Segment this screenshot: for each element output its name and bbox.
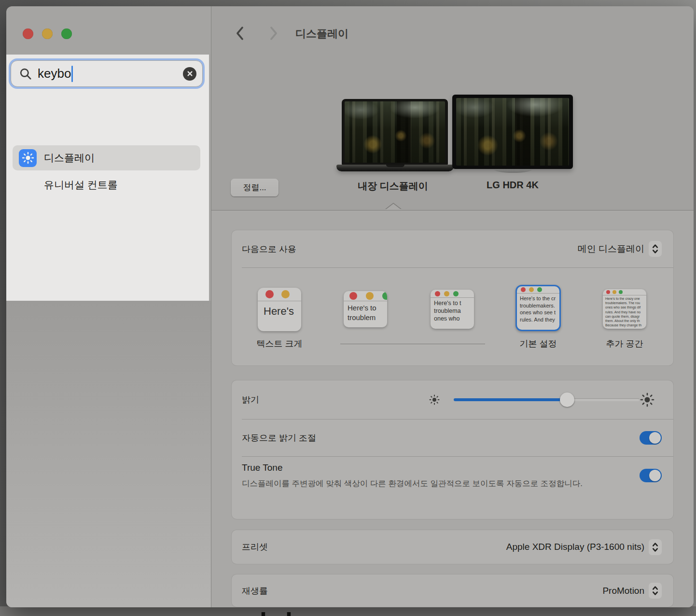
toggle-knob: [649, 470, 661, 481]
preview-text: Here's to the crazy one: [605, 296, 646, 301]
use-as-stepper[interactable]: [649, 241, 662, 257]
preview-text: can quote them, disagr: [605, 314, 646, 319]
back-button[interactable]: [234, 26, 246, 41]
external-display-label: LG HDR 4K: [464, 180, 561, 191]
preview-text: them. About the only th: [605, 319, 646, 323]
scaling-options-connector-line: [340, 344, 485, 344]
preview-text: Because they change th: [605, 323, 646, 327]
brightness-slider-fill: [454, 398, 567, 401]
arrange-button[interactable]: 정렬...: [231, 179, 278, 196]
scaling-option-default-selected[interactable]: Here's to the crtroublemakers.ones who s…: [515, 285, 561, 331]
close-icon: [349, 292, 357, 300]
sidebar-divider: [211, 6, 211, 607]
brightness-label: 밝기: [242, 394, 259, 406]
section-divider: [211, 210, 694, 210]
builtin-display-label: 내장 디스플레이: [337, 180, 449, 193]
preset-value[interactable]: Apple XDR Display (P3-1600 nits): [506, 542, 644, 552]
scaling-label-default: 기본 설정: [506, 338, 571, 350]
background-partial-text: ssh-keygen: [230, 607, 378, 616]
preview-text: Here's to: [348, 303, 387, 313]
close-button[interactable]: [23, 28, 33, 39]
auto-brightness-toggle[interactable]: [640, 431, 662, 445]
scaling-option-more-space[interactable]: Here's to the crazy onetroublemakers. Th…: [603, 289, 646, 329]
close-icon: [265, 290, 274, 298]
sidebar-lower-area: [6, 301, 211, 607]
close-icon: [521, 287, 526, 292]
desktop-background-band: ssh-keygen: [0, 606, 696, 616]
wallpaper-preview: [456, 98, 569, 166]
close-icon: [606, 290, 610, 294]
minimize-icon: [444, 291, 449, 296]
scaling-label-more-space: 추가 공간: [593, 338, 656, 350]
zoom-button[interactable]: [61, 28, 72, 39]
macbook-base: [336, 165, 454, 171]
minimize-icon: [281, 290, 290, 298]
builtin-display-thumbnail[interactable]: [342, 99, 448, 165]
row-divider: [242, 267, 673, 268]
wallpaper-preview: [345, 101, 445, 163]
preview-text: ones who see t: [520, 309, 559, 316]
preview-text: Here's to the cr: [520, 295, 559, 302]
scaling-option-2[interactable]: Here's totroublem: [344, 291, 387, 327]
preview-text: ones who see things dif: [605, 305, 646, 309]
preview-titlebar: [258, 288, 301, 301]
preview-text: troublemakers.: [520, 302, 559, 309]
search-result-display[interactable]: 디스플레이: [13, 145, 200, 170]
preview-titlebar: [603, 289, 646, 295]
use-as-value[interactable]: 메인 디스플레이: [578, 243, 644, 255]
preview-titlebar: [344, 291, 387, 301]
search-results-panel: keybo 디스플레이 유니버설 컨트롤: [6, 55, 209, 301]
zoom-icon: [453, 291, 459, 296]
preset-label: 프리셋: [242, 541, 268, 553]
brightness-slider-thumb[interactable]: [560, 392, 574, 407]
preset-stepper[interactable]: [649, 539, 662, 555]
toggle-knob: [649, 432, 661, 444]
close-icon: [435, 291, 440, 296]
true-tone-toggle[interactable]: [640, 469, 662, 482]
preset-card: 프리셋 Apple XDR Display (P3-1600 nits): [232, 530, 673, 564]
selected-display-pointer: [385, 204, 402, 210]
preview-text: troublem: [348, 313, 387, 322]
brightness-dim-icon: [429, 394, 440, 406]
refresh-rate-label: 재생률: [242, 585, 268, 597]
search-icon: [19, 67, 32, 80]
brightness-slider-track[interactable]: [454, 398, 640, 401]
search-result-label: 디스플레이: [44, 151, 95, 165]
minimize-icon: [366, 292, 374, 300]
preview-text: ones who: [434, 315, 474, 322]
zoom-icon: [619, 290, 623, 294]
text-cursor: [71, 66, 73, 82]
preview-text: troublemakers. The rou: [605, 301, 646, 305]
preview-titlebar: [517, 286, 559, 294]
forward-button[interactable]: [268, 26, 279, 41]
scaling-label-larger-text: 텍스트 크게: [248, 338, 311, 350]
zoom-icon: [537, 287, 542, 292]
minimize-icon: [612, 290, 616, 294]
refresh-rate-stepper[interactable]: [649, 583, 662, 599]
scaling-option-3[interactable]: Here's to ttroublemaones who: [431, 290, 474, 329]
search-input[interactable]: keybo: [11, 60, 203, 87]
preview-titlebar: [431, 290, 474, 298]
scaling-option-larger-text[interactable]: Here's: [258, 288, 301, 331]
system-settings-window: keybo 디스플레이 유니버설 컨트롤 디스플레이 내장 디스플레이 LG: [6, 6, 694, 607]
true-tone-label: True Tone: [242, 462, 283, 473]
preview-text: Here's: [264, 305, 301, 318]
external-display-thumbnail[interactable]: [452, 95, 573, 169]
display-brightness-icon: [19, 149, 37, 167]
screen: ssh-keygen keybo: [0, 0, 696, 616]
true-tone-row: True Tone 디스플레이를 주변광에 맞춰 색상이 다른 환경에서도 일관…: [232, 456, 673, 519]
search-result-universal-control[interactable]: 유니버설 컨트롤: [13, 177, 200, 193]
refresh-rate-card: 재생률 ProMotion: [232, 574, 673, 607]
close-icon: [187, 70, 193, 77]
auto-brightness-label: 자동으로 밝기 조절: [242, 432, 316, 444]
refresh-rate-value[interactable]: ProMotion: [602, 586, 644, 596]
zoom-icon: [382, 292, 387, 300]
search-query-text: keybo: [38, 66, 71, 81]
minimize-button[interactable]: [42, 28, 53, 39]
true-tone-description: 디스플레이를 주변광에 맞춰 색상이 다른 환경에서도 일관적으로 보이도록 자…: [242, 476, 601, 490]
preview-text: troublema: [434, 307, 474, 315]
display-mode-card: 다음으로 사용 메인 디스플레이 Here's Here's totrouble…: [232, 230, 673, 365]
use-as-label: 다음으로 사용: [242, 243, 296, 255]
page-title: 디스플레이: [295, 27, 348, 41]
clear-search-button[interactable]: [183, 67, 196, 81]
